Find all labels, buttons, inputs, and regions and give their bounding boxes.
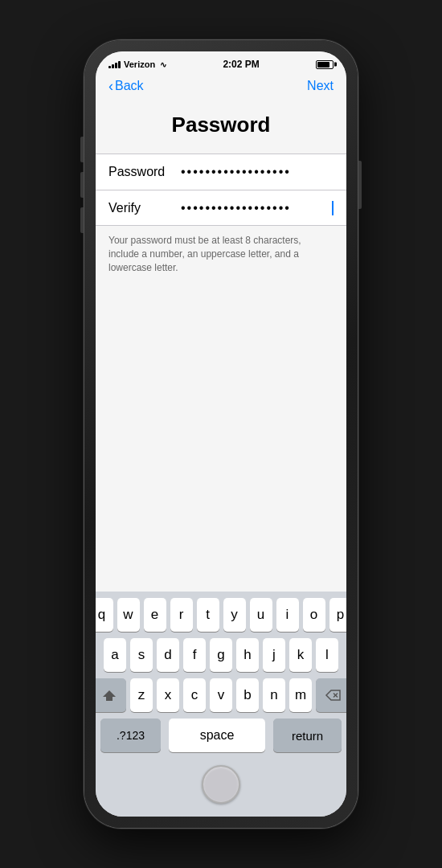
key-numbers[interactable]: .?123 [100, 719, 161, 752]
key-r[interactable]: r [170, 598, 193, 632]
phone-outer: Verizon ∿ 2:02 PM ‹ Back Next Password [84, 40, 358, 828]
status-left: Verizon ∿ [108, 59, 166, 69]
key-k[interactable]: k [289, 638, 312, 672]
password-row: Password •••••••••••••••••• [96, 154, 346, 190]
keyboard-row-3: z x c v b n m [98, 678, 344, 712]
key-o[interactable]: o [303, 598, 325, 632]
key-space[interactable]: space [169, 719, 265, 752]
key-y[interactable]: y [223, 598, 246, 632]
status-center: 2:02 PM [223, 59, 259, 70]
key-l[interactable]: l [316, 638, 338, 672]
key-p[interactable]: p [329, 598, 347, 632]
key-w[interactable]: w [117, 598, 140, 632]
status-bar: Verizon ∿ 2:02 PM [96, 51, 346, 74]
key-f[interactable]: f [183, 638, 206, 672]
key-c[interactable]: c [183, 678, 206, 712]
key-u[interactable]: u [250, 598, 272, 632]
back-label: Back [115, 79, 144, 93]
home-button-area [98, 759, 344, 813]
chevron-left-icon: ‹ [108, 79, 113, 93]
key-v[interactable]: v [210, 678, 232, 712]
key-x[interactable]: x [157, 678, 179, 712]
form-section: Password •••••••••••••••••• Verify •••••… [96, 154, 346, 226]
key-m[interactable]: m [289, 678, 312, 712]
keyboard: q w e r t y u i o p a s d f g h j k [96, 592, 346, 817]
battery-icon [316, 60, 334, 69]
signal-icon [108, 60, 121, 68]
key-j[interactable]: j [263, 638, 285, 672]
nav-bar: ‹ Back Next [96, 74, 346, 100]
page-title: Password [96, 113, 346, 137]
key-s[interactable]: s [130, 638, 153, 672]
home-button[interactable] [202, 765, 240, 804]
key-delete[interactable] [316, 678, 346, 712]
hint-text: Your password must be at least 8 charact… [96, 226, 346, 282]
key-e[interactable]: e [144, 598, 166, 632]
key-b[interactable]: b [236, 678, 259, 712]
verify-field[interactable]: •••••••••••••••••• [181, 201, 332, 215]
phone-screen: Verizon ∿ 2:02 PM ‹ Back Next Password [96, 51, 346, 817]
content-area: Password Password •••••••••••••••••• Ver… [96, 100, 346, 592]
key-n[interactable]: n [263, 678, 285, 712]
password-label: Password [108, 165, 181, 179]
verify-label: Verify [108, 201, 181, 215]
carrier-label: Verizon [124, 59, 155, 69]
key-t[interactable]: t [197, 598, 219, 632]
key-return[interactable]: return [273, 719, 342, 752]
verify-row: Verify •••••••••••••••••• [96, 190, 346, 225]
key-d[interactable]: d [157, 638, 179, 672]
key-shift[interactable] [96, 678, 126, 712]
wifi-icon: ∿ [160, 60, 166, 69]
key-g[interactable]: g [210, 638, 232, 672]
key-h[interactable]: h [236, 638, 259, 672]
key-a[interactable]: a [104, 638, 126, 672]
battery-fill [317, 62, 329, 68]
keyboard-row-1: q w e r t y u i o p [98, 598, 344, 632]
password-field[interactable]: •••••••••••••••••• [181, 165, 334, 179]
key-z[interactable]: z [130, 678, 153, 712]
back-button[interactable]: ‹ Back [108, 79, 144, 93]
cursor [332, 201, 334, 215]
keyboard-row-bottom: .?123 space return [98, 719, 344, 752]
next-button[interactable]: Next [307, 79, 334, 93]
status-right [316, 60, 334, 69]
key-i[interactable]: i [276, 598, 299, 632]
key-q[interactable]: q [96, 598, 113, 632]
keyboard-row-2: a s d f g h j k l [98, 638, 344, 672]
